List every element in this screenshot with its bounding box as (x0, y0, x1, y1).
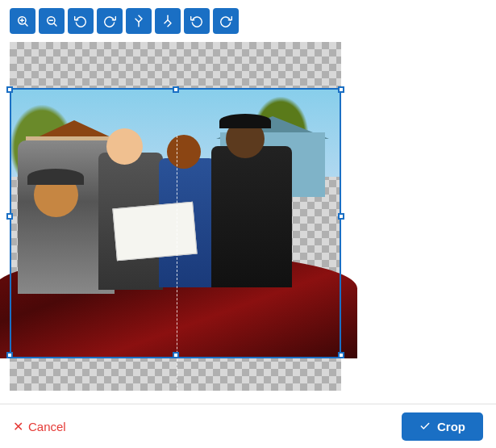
undo-button[interactable] (184, 8, 210, 34)
flip-up-button[interactable] (126, 8, 152, 34)
cancel-x-icon: ✕ (13, 419, 23, 434)
redo-button[interactable] (213, 8, 239, 34)
cancel-button[interactable]: ✕ Cancel (13, 419, 66, 434)
crop-button[interactable]: Crop (402, 412, 483, 441)
image-canvas[interactable] (10, 42, 341, 391)
svg-line-3 (25, 23, 27, 26)
bottom-bar: ✕ Cancel Crop (0, 404, 496, 448)
zoom-out-button[interactable] (39, 8, 65, 34)
photo-scene (10, 88, 341, 358)
svg-line-6 (54, 23, 56, 26)
crop-label: Crop (437, 420, 465, 433)
zoom-in-button[interactable] (10, 8, 35, 34)
rotate-right-button[interactable] (97, 8, 123, 34)
rotate-left-button[interactable] (68, 8, 94, 34)
flip-down-button[interactable] (155, 8, 181, 34)
cancel-label: Cancel (28, 420, 66, 433)
toolbar (0, 0, 496, 42)
checkmark-icon (419, 421, 431, 432)
